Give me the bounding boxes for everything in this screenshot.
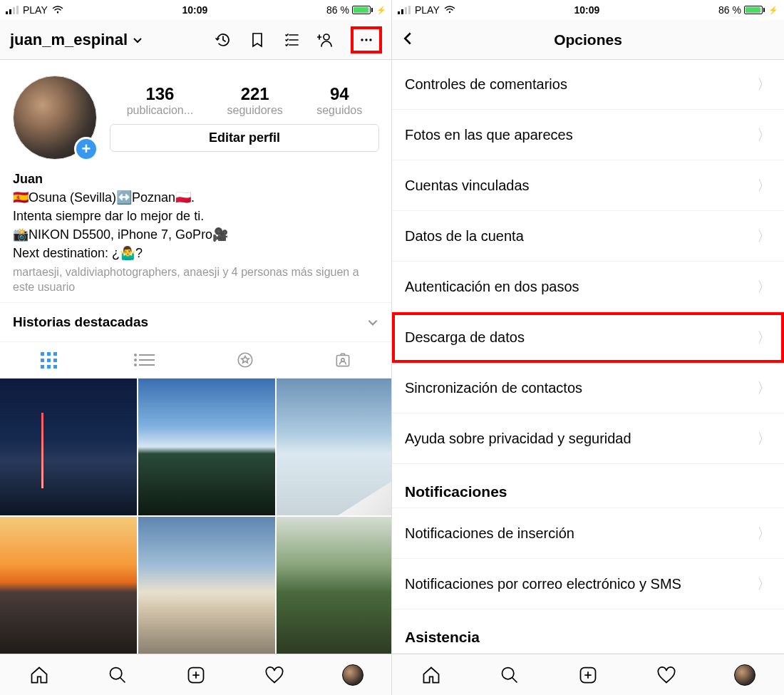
option-account-data[interactable]: Datos de la cuenta〉	[392, 211, 784, 262]
back-button[interactable]	[401, 31, 415, 48]
battery-icon	[744, 6, 765, 14]
tab-home[interactable]	[29, 664, 50, 686]
svg-point-10	[449, 11, 450, 13]
tab-list[interactable]	[98, 342, 197, 378]
archive-icon[interactable]	[214, 31, 232, 49]
option-comment-controls[interactable]: Controles de comentarios〉	[392, 60, 784, 110]
option-contact-sync[interactable]: Sincronización de contactos〉	[392, 363, 784, 413]
tab-profile[interactable]	[342, 664, 363, 686]
tab-search[interactable]	[107, 664, 128, 686]
option-email-sms-notifications[interactable]: Notificaciones por correo electrónico y …	[392, 559, 784, 609]
wifi-icon	[444, 4, 455, 16]
chevron-right-icon: 〉	[757, 379, 771, 398]
options-navbar: Opciones	[392, 20, 784, 60]
profile-navbar: juan_m_espinal	[0, 20, 392, 60]
battery-percent: 86 %	[718, 4, 741, 16]
tab-profile[interactable]	[734, 664, 755, 686]
post-thumbnail[interactable]	[277, 379, 392, 515]
status-time: 10:09	[574, 4, 600, 16]
battery-icon	[352, 6, 373, 14]
stat-followers[interactable]: 221 seguidores	[227, 84, 283, 117]
username-dropdown[interactable]: juan_m_espinal	[10, 31, 208, 49]
carrier-label: PLAY	[415, 4, 440, 16]
phone-right-options: PLAY 10:09 86 % ⚡ Opciones Controles de …	[392, 0, 784, 695]
option-privacy-help[interactable]: Ayuda sobre privacidad y seguridad〉	[392, 413, 784, 464]
tab-search[interactable]	[499, 664, 520, 686]
chevron-right-icon: 〉	[757, 277, 771, 297]
svg-point-0	[57, 11, 58, 13]
bottom-tab-bar	[392, 654, 784, 695]
options-list[interactable]: Controles de comentarios〉 Fotos en las q…	[392, 60, 784, 654]
chevron-right-icon: 〉	[757, 125, 771, 145]
chevron-right-icon: 〉	[757, 75, 771, 94]
tab-tagged[interactable]	[294, 342, 393, 378]
profile-avatar[interactable]: +	[13, 76, 97, 160]
chevron-right-icon: 〉	[757, 429, 771, 448]
svg-point-2	[361, 38, 363, 41]
tab-home[interactable]	[421, 664, 442, 686]
section-notifications: Notificaciones	[392, 464, 784, 508]
chevron-right-icon: 〉	[757, 176, 771, 195]
bio-line: 🇪🇸Osuna (Sevilla)↔️Poznan🇵🇱.	[13, 188, 379, 207]
chevron-right-icon: 〉	[757, 524, 771, 543]
followed-by-note: martaesji, valdiviaphotographers, anaesj…	[13, 265, 379, 295]
chevron-right-icon: 〉	[757, 328, 771, 347]
status-time: 10:09	[182, 4, 208, 16]
tab-grid[interactable]	[0, 342, 98, 378]
story-highlights-toggle[interactable]: Historias destacadas	[0, 302, 392, 341]
post-thumbnail[interactable]	[0, 517, 137, 654]
stat-following[interactable]: 94 seguidos	[316, 84, 362, 117]
options-more-icon[interactable]	[351, 26, 382, 53]
posts-grid	[0, 379, 392, 654]
charging-icon: ⚡	[768, 6, 778, 15]
chevron-down-icon	[366, 316, 379, 329]
bio-name: Juan	[13, 170, 379, 188]
tab-new-post[interactable]	[185, 664, 207, 686]
bio-line: Next destination: ¿🤷‍♂️?	[13, 244, 379, 262]
svg-point-11	[502, 667, 514, 679]
chevron-right-icon: 〉	[757, 227, 771, 246]
avatar-icon	[342, 664, 363, 686]
post-thumbnail[interactable]	[138, 379, 275, 515]
option-two-factor-auth[interactable]: Autenticación en dos pasos〉	[392, 262, 784, 312]
bio-line: 📸NIKON D5500, iPhone 7, GoPro🎥	[13, 225, 379, 244]
option-download-data[interactable]: Descarga de datos〉	[392, 312, 784, 363]
profile-bio: Juan 🇪🇸Osuna (Sevilla)↔️Poznan🇵🇱. Intent…	[0, 165, 392, 302]
edit-profile-button[interactable]: Editar perfil	[110, 124, 379, 152]
tab-new-post[interactable]	[577, 664, 599, 686]
post-thumbnail[interactable]	[0, 379, 137, 515]
bookmark-icon[interactable]	[248, 31, 267, 49]
discover-people-icon[interactable]	[316, 31, 335, 49]
stat-posts[interactable]: 136 publicacion...	[127, 84, 193, 117]
status-bar: PLAY 10:09 86 % ⚡	[392, 0, 784, 20]
battery-percent: 86 %	[326, 4, 349, 16]
post-thumbnail[interactable]	[138, 517, 275, 654]
status-bar: PLAY 10:09 86 % ⚡	[0, 0, 392, 20]
list-menu-icon[interactable]	[282, 31, 301, 49]
tab-favorites[interactable]	[196, 342, 294, 378]
page-title: Opciones	[554, 31, 622, 48]
profile-view-tabs	[0, 341, 392, 379]
svg-point-8	[110, 667, 122, 679]
add-story-icon[interactable]: +	[74, 137, 98, 161]
signal-bars-icon	[398, 6, 411, 14]
option-linked-accounts[interactable]: Cuentas vinculadas〉	[392, 160, 784, 211]
profile-header: + 136 publicacion... 221 seguidores 94 s…	[0, 60, 392, 165]
option-photos-of-you[interactable]: Fotos en las que apareces〉	[392, 110, 784, 160]
svg-point-4	[369, 38, 371, 41]
tab-activity[interactable]	[656, 664, 677, 686]
signal-bars-icon	[6, 6, 19, 14]
tab-activity[interactable]	[264, 664, 285, 686]
chevron-right-icon: 〉	[757, 575, 771, 594]
phone-left-profile: PLAY 10:09 86 % ⚡ juan_m_espinal +	[0, 0, 392, 695]
carrier-label: PLAY	[23, 4, 48, 16]
chevron-down-icon	[132, 34, 143, 46]
highlights-title: Historias destacadas	[13, 314, 148, 330]
post-thumbnail[interactable]	[277, 517, 392, 654]
option-push-notifications[interactable]: Notificaciones de inserción〉	[392, 508, 784, 559]
svg-rect-6	[337, 356, 349, 366]
charging-icon: ⚡	[376, 6, 386, 15]
bottom-tab-bar	[0, 654, 392, 695]
wifi-icon	[52, 4, 63, 16]
bio-line: Intenta siempre dar lo mejor de ti.	[13, 207, 379, 225]
